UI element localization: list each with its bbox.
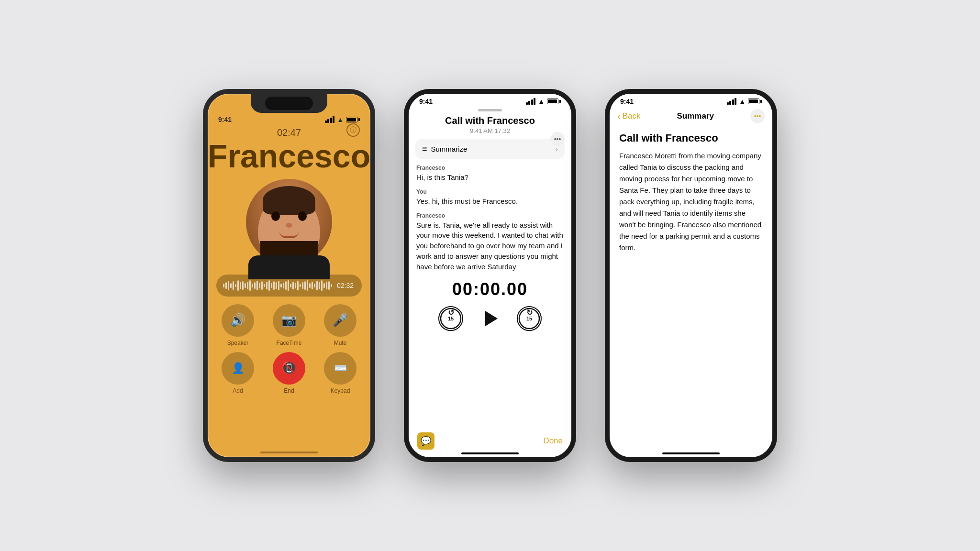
status-bar-2: 9:41 ▲ [409,94,571,107]
transcript-area: Francesco Hi, is this Tania? You Yes, hi… [409,159,571,274]
speaker-icon: 🔊 [222,304,254,337]
phone-2-wrapper: 9:41 ▲ Call with Francesco [404,89,576,462]
keypad-label: Keypad [331,387,350,394]
text-1: Yes, hi, this must be Francesco. [416,196,564,207]
memoji-area [208,179,370,265]
transcript-item-2: Francesco Sure is. Tania, we're all read… [416,212,564,272]
phone-1: 9:41 ▲ ⓘ 02:47 Franc [203,89,375,462]
done-button[interactable]: Done [543,436,563,446]
info-icon[interactable]: ⓘ [346,123,360,137]
phone-1-wrapper: 9:41 ▲ ⓘ 02:47 Franc [203,89,375,462]
home-pill-2 [461,452,519,454]
chevron-left-icon: ‹ [617,111,621,122]
skip-back-icon: 15 ↺ [440,308,462,330]
summarize-left: ≡ Summarize [422,144,467,154]
keypad-button[interactable]: ⌨️ Keypad [319,352,362,394]
back-label: Back [623,111,641,121]
time-1: 9:41 [218,116,232,123]
summary-nav-title: Summary [677,111,713,121]
svg-text:↻: ↻ [526,309,533,317]
phone-2: 9:41 ▲ Call with Francesco [404,89,576,462]
ctrl-row-2: 👤 Add 📵 End ⌨️ Keypad [216,352,362,394]
wifi-icon-3: ▲ [739,98,746,105]
speaker-button[interactable]: 🔊 Speaker [216,304,259,346]
back-button[interactable]: ‹ Back [617,111,640,122]
summary-call-title: Call with Francesco [619,132,763,144]
signal-bars-3 [727,98,737,105]
time-3: 9:41 [620,98,634,105]
summarize-button[interactable]: ≡ Summarize › [415,139,565,159]
mute-label: Mute [334,340,347,346]
summarize-icon: ≡ [422,144,427,154]
text-0: Hi, is this Tania? [416,172,564,183]
end-button[interactable]: 📵 End [267,352,311,394]
phone-3: 9:41 ▲ ‹ Back [605,89,777,462]
call-controls: 🔊 Speaker 📷 FaceTime 🎤 Mute 👤 Add [208,297,370,394]
memoji-nose [286,223,292,228]
svg-text:↺: ↺ [448,309,454,317]
summary-content: Call with Francesco Francesco Moretti fr… [610,127,772,258]
playback-controls: 15 ↺ 15 ↻ [409,306,571,331]
keypad-icon: ⌨️ [324,352,356,385]
wifi-icon-1: ▲ [337,116,344,123]
transcript-item-1: You Yes, hi, this must be Francesco. [416,188,564,207]
status-icons-3: ▲ [727,98,762,105]
memoji-eye-right [298,211,307,221]
add-button[interactable]: 👤 Add [216,352,259,394]
play-button[interactable] [478,306,502,331]
phone-2-footer: 💬 Done [409,432,571,450]
signal-bars-1 [325,116,335,123]
phone-3-wrapper: 9:41 ▲ ‹ Back [605,89,777,462]
time-2: 9:41 [419,98,433,105]
status-icons-1: ▲ [325,116,360,123]
summary-body: Francesco Moretti from the moving compan… [619,150,763,253]
mute-icon: 🎤 [324,304,356,337]
facetime-button[interactable]: 📷 FaceTime [267,304,311,346]
play-icon [485,311,498,326]
memoji-head [258,193,320,265]
memoji-circle [246,179,332,265]
nav-bar-3: ‹ Back Summary ••• [610,107,772,127]
wifi-icon-2: ▲ [538,98,545,105]
drag-pill-2 [478,109,502,111]
end-icon: 📵 [273,352,305,385]
memoji-eye-left [271,211,280,221]
skip-back-button[interactable]: 15 ↺ [438,306,463,331]
waveform [223,280,332,291]
speaker-1: You [416,188,564,195]
chat-bubble-icon[interactable]: 💬 [417,432,434,450]
more-button-2[interactable]: ••• [550,132,565,146]
status-bar-1: 9:41 ▲ [208,113,370,123]
end-label: End [284,387,294,394]
text-2: Sure is. Tania, we're all ready to assis… [416,220,564,272]
ctrl-row-1: 🔊 Speaker 📷 FaceTime 🎤 Mute [216,304,362,346]
speaker-label: Speaker [227,340,249,346]
battery-1 [346,117,360,122]
facetime-label: FaceTime [277,340,302,346]
battery-2 [547,99,561,104]
memoji-smile [279,231,299,238]
mute-button[interactable]: 🎤 Mute [319,304,362,346]
transcript-call-title: Call with Francesco [409,115,571,126]
notch-1 [251,94,327,113]
add-label: Add [233,387,243,394]
call-timer: 02:47 [208,127,370,138]
memoji-hair [263,186,315,215]
transcript-item-0: Francesco Hi, is this Tania? [416,165,564,183]
home-pill-3 [662,452,720,454]
status-bar-3: 9:41 ▲ [610,94,772,107]
notch-pill-1 [265,97,313,110]
memoji-shirt [248,255,330,279]
rec-timer: 02:32 [337,282,355,289]
more-button-3[interactable]: ••• [750,109,765,123]
skip-forward-button[interactable]: 15 ↻ [517,306,542,331]
skip-forward-icon: 15 ↻ [518,308,540,330]
playback-time: 00:00.00 [409,279,571,299]
summarize-label: Summarize [431,145,468,153]
transcript-call-subtitle: 9:41 AM 17:32 [409,127,571,134]
speaker-0: Francesco [416,165,564,171]
status-icons-2: ▲ [526,98,561,105]
speaker-2: Francesco [416,212,564,219]
add-icon: 👤 [222,352,254,385]
battery-3 [748,99,762,104]
